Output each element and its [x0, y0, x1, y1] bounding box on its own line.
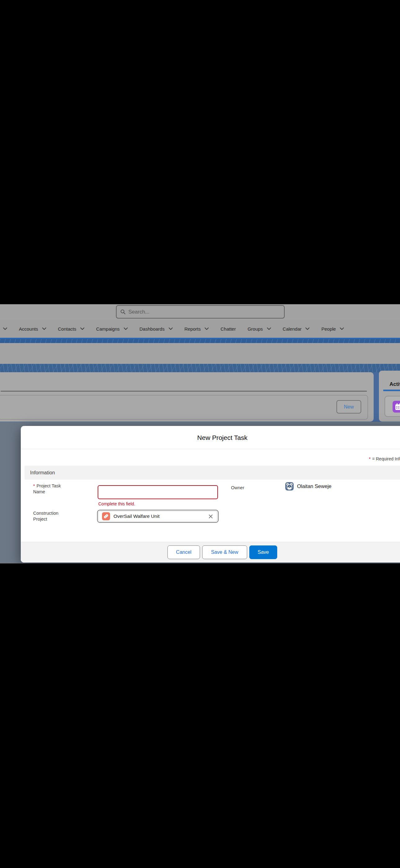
nav-tab[interactable]: Dashboards — [139, 326, 173, 332]
phone-screenshot: Accounts Contacts Campaigns — [0, 0, 400, 868]
activity-tab-underline — [383, 390, 400, 391]
nav-tab[interactable]: Calendar — [283, 326, 310, 332]
required-asterisk: * — [369, 456, 371, 461]
new-button[interactable]: New — [336, 400, 361, 413]
global-header — [0, 304, 400, 320]
nav-tab-label: Groups — [247, 326, 263, 332]
page-texture-strip-top — [0, 339, 400, 343]
project-task-name-input[interactable] — [98, 485, 218, 499]
owner-name: Olaitan Seweje — [297, 483, 331, 489]
nav-tab[interactable]: People — [321, 326, 344, 332]
construction-project-label: Construction Project — [33, 510, 73, 522]
project-task-name-label: *Project Task Name — [33, 483, 73, 495]
field-error-message: Complete this field. — [98, 501, 135, 506]
search-input[interactable] — [128, 309, 280, 315]
required-info-note: *= Required Information — [369, 456, 400, 461]
activity-panel-card: Activity — [379, 371, 400, 422]
chevron-down-icon[interactable] — [205, 328, 209, 330]
search-icon — [120, 309, 126, 314]
construction-project-lookup[interactable]: OverSail Walfare Unit — [97, 510, 219, 523]
related-list-inner-card: New — [0, 395, 368, 420]
chevron-down-icon[interactable] — [124, 328, 128, 330]
nav-tab[interactable]: Chatter — [221, 326, 236, 332]
related-list-card: New — [0, 372, 374, 422]
chevron-down-icon[interactable] — [3, 328, 7, 330]
chevron-down-icon[interactable] — [42, 328, 46, 330]
page-texture-strip — [0, 364, 400, 372]
required-asterisk: * — [33, 483, 35, 488]
nav-tab-label: People — [321, 326, 336, 332]
chevron-down-icon[interactable] — [267, 328, 271, 330]
required-note-text: = Required Information — [372, 456, 400, 461]
salesforce-window: Accounts Contacts Campaigns — [0, 304, 400, 563]
related-list-divider — [1, 391, 367, 392]
lookup-pill[interactable]: OverSail Walfare Unit — [98, 511, 218, 522]
owner-value: Olaitan Seweje — [285, 482, 331, 491]
nav-tab-label: Reports — [185, 326, 201, 332]
save-new-button[interactable]: Save & New — [202, 546, 247, 559]
nav-tab-label: Dashboards — [139, 326, 165, 332]
user-avatar-icon — [285, 482, 294, 491]
nav-tab-label: Chatter — [221, 326, 236, 332]
new-project-task-modal: New Project Task *= Required Information… — [21, 426, 400, 562]
lookup-value: OverSail Walfare Unit — [113, 514, 204, 519]
nav-tab[interactable]: Accounts — [19, 326, 46, 332]
section-header-information: Information — [25, 466, 400, 479]
event-calendar-icon — [393, 401, 400, 412]
chevron-down-icon[interactable] — [340, 328, 344, 330]
nav-tab[interactable] — [3, 328, 7, 330]
chevron-down-icon[interactable] — [169, 328, 173, 330]
cancel-button[interactable]: Cancel — [167, 546, 200, 559]
nav-tab[interactable]: Reports — [185, 326, 209, 332]
nav-tab[interactable]: Contacts — [58, 326, 84, 332]
clear-selection-icon[interactable] — [208, 514, 214, 519]
nav-tab-label: Calendar — [283, 326, 302, 332]
activity-tab[interactable]: Activity — [390, 381, 400, 388]
record-highlights-band — [0, 343, 400, 364]
nav-tab[interactable]: Campaigns — [96, 326, 128, 332]
modal-header: New Project Task — [21, 426, 400, 449]
modal-footer: Cancel Save & New Save — [21, 542, 400, 562]
global-search[interactable] — [116, 305, 285, 318]
save-button[interactable]: Save — [249, 546, 277, 559]
owner-label: Owner — [231, 485, 280, 491]
nav-tab[interactable]: Groups — [247, 326, 271, 332]
nav-tab-label: Accounts — [19, 326, 38, 332]
new-event-button[interactable] — [385, 396, 400, 417]
modal-actions: Cancel Save & New Save — [167, 546, 277, 559]
nav-tab-bar: Accounts Contacts Campaigns — [0, 320, 400, 338]
construction-project-object-icon — [102, 512, 110, 520]
nav-tab-label: Campaigns — [96, 326, 120, 332]
chevron-down-icon[interactable] — [305, 328, 309, 330]
modal-title: New Project Task — [21, 426, 400, 449]
chevron-down-icon[interactable] — [80, 328, 84, 330]
nav-tab-label: Contacts — [58, 326, 76, 332]
